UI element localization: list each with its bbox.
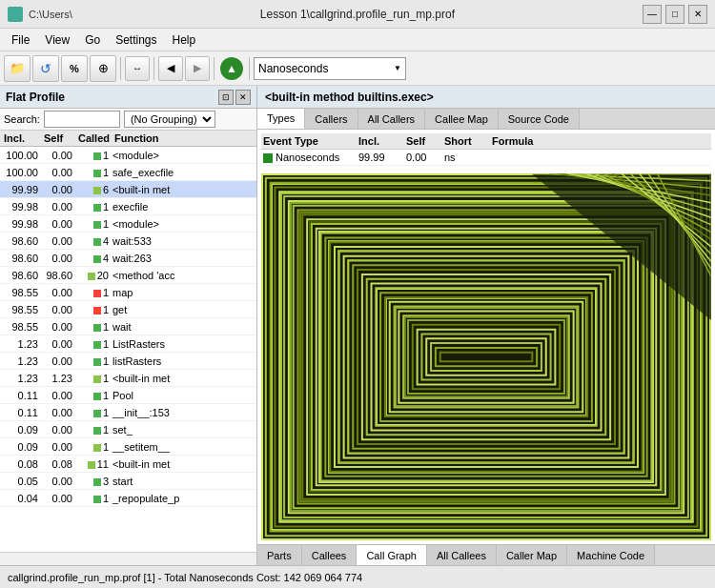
- menu-item-help[interactable]: Help: [165, 31, 204, 49]
- main-layout: Flat Profile ⊡ ✕ Search: (No Grouping) I…: [0, 86, 715, 565]
- incl-value: 98.55: [0, 321, 40, 333]
- function-color-indicator: [93, 221, 101, 229]
- self-value: 0.00: [40, 390, 74, 401]
- bottom-tab-caller-map[interactable]: Caller Map: [497, 545, 567, 565]
- col-function: Function: [112, 132, 255, 145]
- called-value: 4: [74, 253, 111, 264]
- col-self: Self: [42, 132, 76, 145]
- tab-callers[interactable]: Callers: [305, 109, 358, 129]
- menu-item-view[interactable]: View: [37, 31, 77, 49]
- maximize-button[interactable]: □: [665, 5, 684, 24]
- go-button[interactable]: ▲: [218, 55, 245, 82]
- types-col-formula: Formula: [492, 135, 568, 147]
- bottom-tab-all-callees[interactable]: All Callees: [427, 545, 497, 565]
- called-value: 1: [74, 338, 111, 350]
- function-color-indicator: [93, 152, 101, 160]
- units-dropdown[interactable]: Nanoseconds ▼: [254, 57, 406, 80]
- called-value: 1: [74, 407, 111, 418]
- back-button[interactable]: ◀: [158, 56, 183, 81]
- table-row[interactable]: 100.000.001<module>: [0, 147, 256, 164]
- incl-value: 99.99: [0, 184, 40, 195]
- called-value: 1: [74, 201, 111, 213]
- function-color-indicator: [93, 496, 101, 503]
- table-row[interactable]: 0.050.003start: [0, 473, 256, 490]
- types-col-self: Self: [406, 135, 444, 147]
- arrow-leftright-button[interactable]: ↔: [125, 56, 150, 81]
- right-panel: <built-in method builtins.exec> TypesCal…: [257, 86, 715, 565]
- menu-item-file[interactable]: File: [4, 31, 37, 49]
- percent-button[interactable]: %: [61, 55, 88, 82]
- table-row[interactable]: 98.6098.6020<method 'acc: [0, 267, 256, 284]
- called-value: 1: [74, 287, 111, 298]
- menu-bar: FileViewGoSettingsHelp: [0, 29, 715, 51]
- table-row[interactable]: 98.600.004wait:533: [0, 233, 256, 250]
- table-row[interactable]: 100.000.001safe_execfile: [0, 164, 256, 181]
- function-name: map: [111, 287, 256, 298]
- bottom-tab-machine-code[interactable]: Machine Code: [567, 545, 655, 565]
- function-name: __setitem__: [111, 441, 256, 453]
- close-button[interactable]: ✕: [688, 5, 707, 24]
- self-value: 0.00: [40, 338, 74, 350]
- tab-types[interactable]: Types: [257, 109, 305, 129]
- function-color-indicator: [93, 444, 101, 452]
- called-value: 1: [74, 373, 111, 384]
- toolbar: 📁 ↺ % ⊕ ↔ ◀ ▶ ▲ Nanoseconds ▼: [0, 51, 715, 86]
- grouping-dropdown[interactable]: (No Grouping): [124, 111, 215, 128]
- bottom-tab-parts[interactable]: Parts: [257, 545, 302, 565]
- table-row[interactable]: 99.980.001<module>: [0, 215, 256, 233]
- incl-value: 1.23: [0, 373, 40, 384]
- table-row[interactable]: 99.980.001execfile: [0, 198, 256, 215]
- table-row[interactable]: 0.080.0811<built-in met: [0, 456, 256, 473]
- refresh-button[interactable]: ↺: [32, 55, 59, 82]
- flat-profile-table[interactable]: 100.000.001<module>100.000.001safe_execf…: [0, 147, 256, 552]
- crosshair-button[interactable]: ⊕: [90, 55, 116, 82]
- flat-profile-header: Flat Profile ⊡ ✕: [0, 86, 256, 109]
- table-row[interactable]: 1.230.001ListRasters: [0, 335, 256, 353]
- function-name: ListRasters: [111, 338, 256, 350]
- open-folder-button[interactable]: 📁: [4, 55, 31, 82]
- table-row[interactable]: 1.231.231<built-in met: [0, 370, 256, 387]
- self-value: 98.60: [40, 270, 74, 281]
- self-value: 0.00: [40, 253, 74, 264]
- table-row[interactable]: 98.550.001get: [0, 301, 256, 318]
- forward-button[interactable]: ▶: [185, 56, 210, 81]
- tab-source-code[interactable]: Source Code: [499, 109, 580, 129]
- table-row[interactable]: 0.040.001_repopulate_p: [0, 490, 256, 507]
- search-input[interactable]: [44, 111, 120, 128]
- table-row[interactable]: 98.600.004wait:263: [0, 250, 256, 267]
- panel-detach-button[interactable]: ⊡: [218, 90, 234, 105]
- bottom-tab-callees[interactable]: Callees: [302, 545, 358, 565]
- table-row[interactable]: 98.550.001wait: [0, 318, 256, 335]
- incl-value: 0.08: [0, 458, 40, 470]
- incl-value: 100.00: [0, 167, 40, 178]
- table-row[interactable]: 98.550.001map: [0, 284, 256, 301]
- panel-close-button[interactable]: ✕: [235, 90, 251, 105]
- types-content: Event Type Incl. Self Short Formula Nano…: [257, 130, 715, 170]
- table-row[interactable]: 0.090.001set_: [0, 421, 256, 438]
- function-color-indicator: [93, 255, 101, 263]
- function-color-indicator: [93, 204, 101, 212]
- table-row[interactable]: 0.090.001__setitem__: [0, 438, 256, 456]
- table-row[interactable]: 0.110.001Pool: [0, 387, 256, 404]
- function-name: wait: [111, 321, 256, 333]
- table-row[interactable]: 0.110.001__init__:153: [0, 404, 256, 421]
- called-value: 1: [74, 390, 111, 401]
- search-bar: Search: (No Grouping): [0, 109, 256, 131]
- title-path: C:\Users\: [29, 9, 72, 20]
- menu-item-go[interactable]: Go: [77, 31, 108, 49]
- called-value: 1: [74, 304, 111, 315]
- function-color-indicator: [93, 427, 101, 435]
- called-value: 1: [74, 424, 111, 436]
- self-value: 0.00: [40, 184, 74, 195]
- left-horizontal-scrollbar[interactable]: [0, 552, 256, 565]
- table-row[interactable]: 1.230.001listRasters: [0, 353, 256, 370]
- bottom-tab-call-graph[interactable]: Call Graph: [357, 545, 427, 565]
- tab-callee-map[interactable]: Callee Map: [425, 109, 499, 129]
- menu-item-settings[interactable]: Settings: [108, 31, 164, 49]
- table-row[interactable]: 99.990.006<built-in met: [0, 181, 256, 198]
- minimize-button[interactable]: —: [643, 5, 662, 24]
- tab-all-callers[interactable]: All Callers: [358, 109, 426, 129]
- types-row-ns[interactable]: Nanoseconds 99.99 0.00 ns: [261, 150, 711, 166]
- self-value: 0.00: [40, 424, 74, 436]
- incl-value: 98.55: [0, 304, 40, 315]
